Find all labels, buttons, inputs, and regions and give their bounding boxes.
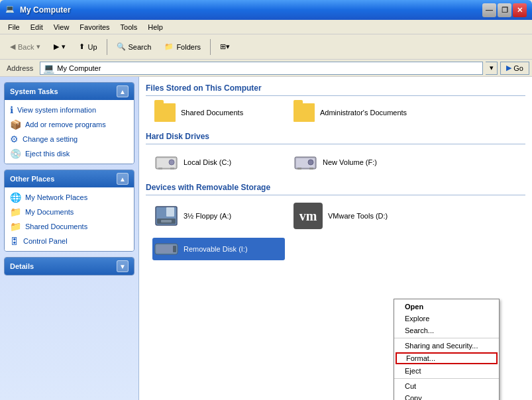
view-system-info-label: View system information <box>17 106 96 114</box>
title-bar-title: My Computer <box>20 5 482 15</box>
details-section: Details ▼ <box>4 257 134 275</box>
admin-documents-item[interactable]: Administrator's Documents <box>292 101 424 124</box>
search-label: Search <box>129 43 152 51</box>
change-setting-link[interactable]: ⚙ Change a setting <box>5 132 134 146</box>
floppy-drive-icon <box>154 204 178 228</box>
vmware-label: VMware Tools (D:) <box>328 212 388 220</box>
ctx-cut[interactable]: Cut <box>394 380 499 392</box>
back-button[interactable]: ◀ Back ▾ <box>4 37 46 57</box>
search-button[interactable]: 🔍 Search <box>111 37 158 57</box>
menu-edit[interactable]: Edit <box>25 22 48 32</box>
add-remove-icon: 📦 <box>10 119 21 130</box>
shared-docs-icon: 📁 <box>10 221 21 232</box>
toolbar-separator-2 <box>210 39 211 55</box>
maximize-button[interactable]: ❐ <box>498 3 511 17</box>
back-dropdown-icon: ▾ <box>36 42 40 51</box>
my-documents-label: My Documents <box>25 208 74 216</box>
other-places-collapse[interactable]: ▲ <box>117 173 129 185</box>
up-button[interactable]: ⬆ Up <box>73 37 103 57</box>
other-places-body: 🌐 My Network Places 📁 My Documents 📁 Sha… <box>5 187 134 251</box>
folders-button[interactable]: 📁 Folders <box>158 37 207 57</box>
new-volume-f-label: New Volume (F:) <box>323 158 377 166</box>
eject-icon: 💿 <box>10 148 21 159</box>
other-places-header[interactable]: Other Places ▲ <box>5 170 134 187</box>
back-arrow-icon: ◀ <box>10 42 15 51</box>
menu-favorites[interactable]: Favorites <box>74 22 115 32</box>
other-places-label: Other Places <box>10 175 54 183</box>
address-dropdown-button[interactable]: ▾ <box>486 62 498 75</box>
admin-documents-item-label: Administrator's Documents <box>320 109 407 117</box>
folders-icon: 📁 <box>164 42 174 51</box>
address-input[interactable]: 💻 My Computer <box>40 62 483 75</box>
menu-help[interactable]: Help <box>142 22 168 32</box>
control-panel-link[interactable]: 🎛 Control Panel <box>5 234 134 248</box>
window-controls: — ❐ ✕ <box>482 3 527 17</box>
my-documents-link[interactable]: 📁 My Documents <box>5 205 134 219</box>
removable-disk-item[interactable]: Removable Disk (I:) <box>152 238 285 260</box>
hdd-grid: Local Disk (C:) New Volume (F:) <box>146 150 525 175</box>
other-places-section: Other Places ▲ 🌐 My Network Places 📁 My … <box>4 170 134 252</box>
disk-f-icon <box>293 152 317 173</box>
details-collapse[interactable]: ▼ <box>117 260 129 272</box>
ctx-sharing-security[interactable]: Sharing and Security... <box>394 340 499 352</box>
floppy-item[interactable]: 3½ Floppy (A:) <box>152 201 285 231</box>
settings-icon: ⚙ <box>10 134 19 144</box>
add-remove-programs-link[interactable]: 📦 Add or remove programs <box>5 117 134 132</box>
ctx-format[interactable]: Format... <box>396 352 498 364</box>
address-computer-icon: 💻 <box>43 63 54 74</box>
vmware-icon: vm <box>293 203 323 229</box>
go-button[interactable]: ▶ Go <box>500 62 529 75</box>
shared-documents-item[interactable]: Shared Documents <box>152 101 285 124</box>
close-button[interactable]: ✕ <box>513 3 527 17</box>
views-button[interactable]: ⊞▾ <box>214 37 236 57</box>
new-volume-f-item[interactable]: New Volume (F:) <box>292 150 424 175</box>
address-bar: Address 💻 My Computer ▾ ▶ Go <box>0 60 532 77</box>
left-panel: System Tasks ▲ ℹ View system information… <box>0 77 139 400</box>
svg-rect-8 <box>309 168 313 170</box>
removable-disk-label: Removable Disk (I:) <box>184 245 248 253</box>
up-label: Up <box>87 43 97 51</box>
menu-file[interactable]: File <box>3 22 25 32</box>
details-header[interactable]: Details ▼ <box>5 258 134 275</box>
system-tasks-collapse[interactable]: ▲ <box>117 85 129 97</box>
view-system-info-link[interactable]: ℹ View system information <box>5 103 134 117</box>
svg-rect-2 <box>158 168 162 170</box>
forward-button[interactable]: ▶ ▾ <box>48 37 72 57</box>
ctx-copy[interactable]: Copy <box>394 392 499 400</box>
toolbar-separator <box>107 39 107 55</box>
ctx-sep-2 <box>394 378 499 379</box>
forward-arrow-icon: ▶ <box>54 42 59 51</box>
files-grid: Shared Documents Administrator's Documen… <box>146 101 525 124</box>
system-tasks-section: System Tasks ▲ ℹ View system information… <box>4 82 134 164</box>
main-layout: System Tasks ▲ ℹ View system information… <box>0 77 532 400</box>
title-bar: 💻 My Computer — ❐ ✕ <box>0 0 532 20</box>
menu-tools[interactable]: Tools <box>115 22 143 32</box>
menu-bar: File Edit View Favorites Tools Help <box>0 20 532 34</box>
folders-label: Folders <box>176 43 201 51</box>
ctx-explore[interactable]: Explore <box>394 313 499 325</box>
files-section-header: Files Stored on This Computer <box>146 83 525 96</box>
my-network-places-link[interactable]: 🌐 My Network Places <box>5 190 134 205</box>
ctx-open[interactable]: Open <box>394 301 499 313</box>
system-tasks-label: System Tasks <box>10 87 58 95</box>
eject-disk-link[interactable]: 💿 Eject this disk <box>5 146 134 161</box>
menu-view[interactable]: View <box>48 22 75 32</box>
system-tasks-body: ℹ View system information 📦 Add or remov… <box>5 100 134 164</box>
removable-section-header: Devices with Removable Storage <box>146 183 525 195</box>
ctx-search[interactable]: Search... <box>394 325 499 336</box>
system-tasks-header[interactable]: System Tasks ▲ <box>5 83 134 100</box>
vmware-item[interactable]: vm VMware Tools (D:) <box>292 201 424 231</box>
minimize-button[interactable]: — <box>482 3 496 17</box>
info-icon: ℹ <box>10 105 13 115</box>
details-label: Details <box>10 262 34 270</box>
svg-point-9 <box>308 160 313 165</box>
shared-documents-link[interactable]: 📁 Shared Documents <box>5 219 134 234</box>
title-bar-icon: 💻 <box>5 5 16 15</box>
svg-rect-16 <box>173 246 176 252</box>
up-arrow-icon: ⬆ <box>79 42 85 51</box>
control-panel-icon: 🎛 <box>10 236 19 246</box>
ctx-eject[interactable]: Eject <box>394 365 499 377</box>
address-label: Address <box>3 64 37 72</box>
control-panel-label: Control Panel <box>23 237 68 245</box>
local-disk-c-item[interactable]: Local Disk (C:) <box>152 150 285 175</box>
